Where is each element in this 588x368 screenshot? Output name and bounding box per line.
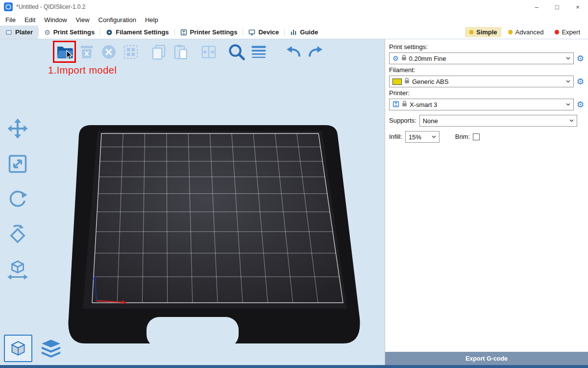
object-manipulation-toolbar <box>6 117 29 282</box>
menu-configuration[interactable]: Configuration <box>94 16 141 24</box>
scale-icon <box>7 153 28 175</box>
copy-icon <box>150 44 167 60</box>
delete-all-icon <box>100 44 117 60</box>
tab-print-settings[interactable]: ⚙ Print Settings <box>39 26 100 39</box>
printer-select[interactable]: X-smart 3 <box>389 99 574 110</box>
tab-bar: Plater ⚙ Print Settings Filament Setting… <box>0 26 588 39</box>
redo-button[interactable] <box>306 42 325 62</box>
minimize-button[interactable]: – <box>526 0 547 14</box>
tab-device-label: Device <box>258 28 279 36</box>
title-bar: *Untitled - QIDISlicer-1.0.2 – □ × <box>0 0 588 14</box>
menu-file[interactable]: File <box>1 16 20 24</box>
undo-icon <box>285 44 302 60</box>
maximize-button[interactable]: □ <box>547 0 567 14</box>
filament-select[interactable]: Generic ABS <box>389 76 574 87</box>
measure-tool-button[interactable] <box>6 258 29 282</box>
split-icon <box>200 44 217 60</box>
export-gcode-button[interactable]: Export G-code <box>385 352 588 365</box>
simple-mode-icon <box>469 30 474 35</box>
measure-icon <box>7 259 28 281</box>
plater-toolbar <box>55 42 328 62</box>
chevron-down-icon <box>569 119 574 122</box>
variable-layer-height-button[interactable] <box>249 42 269 62</box>
view-sliced-button[interactable] <box>38 337 64 360</box>
tab-plater[interactable]: Plater <box>0 26 38 39</box>
tab-filament-settings-label: Filament Settings <box>116 28 169 36</box>
mode-advanced-label: Advanced <box>515 28 544 36</box>
window-controls: – □ × <box>526 0 588 14</box>
viewport-3d[interactable]: 1.Import model <box>0 39 385 365</box>
trash-icon <box>78 44 95 60</box>
mode-expert-label: Expert <box>562 28 580 36</box>
place-on-face-tool-button[interactable] <box>6 223 29 246</box>
menu-window[interactable]: Window <box>40 16 71 24</box>
close-button[interactable]: × <box>567 0 588 14</box>
move-tool-button[interactable] <box>6 117 29 140</box>
mode-simple-label: Simple <box>476 28 497 36</box>
search-button[interactable] <box>227 42 246 62</box>
arrange-icon <box>122 44 139 60</box>
expert-mode-icon <box>554 30 559 35</box>
sliced-layers-icon <box>40 339 62 358</box>
print-bed <box>0 39 385 365</box>
delete-button[interactable] <box>77 42 97 62</box>
tab-guide[interactable]: Guide <box>285 26 323 39</box>
plater-icon <box>5 29 12 36</box>
printer-value: X-smart 3 <box>410 101 437 108</box>
printer-label: Printer: <box>389 89 584 97</box>
mouse-cursor-icon <box>66 50 74 62</box>
filament-value: Generic ABS <box>412 78 448 85</box>
printer-settings-gear-button[interactable]: ⚙ <box>577 101 584 109</box>
rotate-tool-button[interactable] <box>6 187 29 211</box>
chevron-down-icon <box>566 103 570 106</box>
mode-simple[interactable]: Simple <box>465 27 501 37</box>
arrange-button[interactable] <box>121 42 141 62</box>
delete-all-button[interactable] <box>99 42 119 62</box>
undo-button[interactable] <box>284 42 303 62</box>
menu-bar: File Edit Window View Configuration Help <box>0 14 588 26</box>
brim-checkbox[interactable] <box>473 133 480 140</box>
layers-icon <box>250 44 267 60</box>
place-on-face-icon <box>7 224 28 245</box>
tab-printer-settings-label: Printer Settings <box>190 28 238 36</box>
cube-icon <box>10 340 26 357</box>
device-icon <box>248 29 255 36</box>
menu-help[interactable]: Help <box>141 16 163 24</box>
tab-printer-settings[interactable]: Printer Settings <box>175 26 243 39</box>
split-button[interactable] <box>199 42 219 62</box>
guide-icon <box>290 29 297 36</box>
infill-label: Infill: <box>389 133 402 141</box>
infill-select[interactable]: 15% <box>405 131 440 143</box>
window-bottom-edge <box>0 365 588 368</box>
supports-value: None <box>423 117 438 125</box>
scale-tool-button[interactable] <box>6 152 29 176</box>
paste-button[interactable] <box>171 42 191 62</box>
tab-filament-settings[interactable]: Filament Settings <box>100 26 174 39</box>
print-profile-value: 0.20mm Fine <box>409 55 446 62</box>
tab-guide-label: Guide <box>300 28 318 36</box>
menu-view[interactable]: View <box>72 16 94 24</box>
settings-panel: Print settings: ⚙ 0.20mm Fine ⚙ Filament… <box>385 39 588 365</box>
print-settings-gear-button[interactable]: ⚙ <box>577 54 584 63</box>
print-profile-select[interactable]: ⚙ 0.20mm Fine <box>389 53 574 64</box>
brim-label: Brim: <box>455 133 470 141</box>
view-3d-button[interactable] <box>4 335 32 362</box>
paste-icon <box>172 44 189 60</box>
filament-icon <box>106 29 113 36</box>
copy-button[interactable] <box>149 42 169 62</box>
infill-value: 15% <box>409 133 421 141</box>
window-title: *Untitled - QIDISlicer-1.0.2 <box>16 3 85 10</box>
mode-expert[interactable]: Expert <box>550 27 584 37</box>
lock-icon <box>404 78 410 85</box>
filament-swatch <box>392 79 402 85</box>
redo-icon <box>307 44 324 60</box>
move-icon <box>7 118 28 139</box>
tab-device[interactable]: Device <box>243 26 284 39</box>
chevron-down-icon <box>566 80 570 83</box>
print-settings-label: Print settings: <box>389 43 584 51</box>
mode-advanced[interactable]: Advanced <box>504 27 548 37</box>
filament-settings-gear-button[interactable]: ⚙ <box>577 78 584 86</box>
chevron-down-icon <box>432 135 436 138</box>
supports-select[interactable]: None <box>419 115 577 127</box>
menu-edit[interactable]: Edit <box>20 16 40 24</box>
